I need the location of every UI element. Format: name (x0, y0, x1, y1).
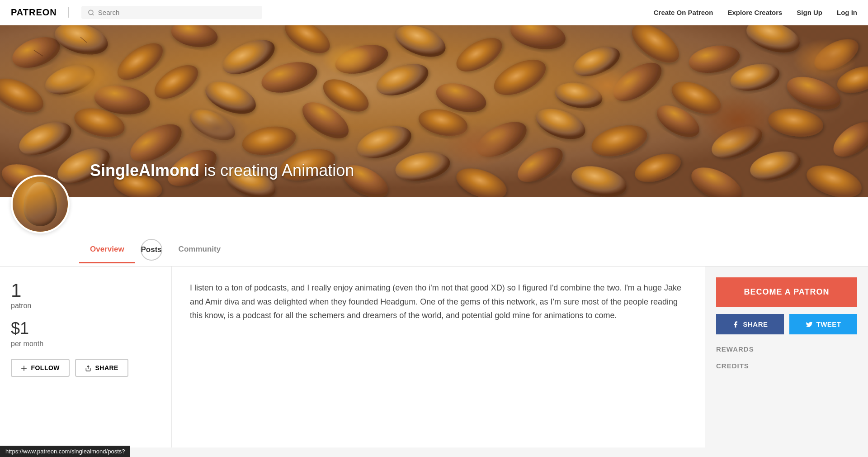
svg-point-63 (747, 147, 804, 185)
center-content: I listen to a ton of podcasts, and I rea… (172, 267, 705, 447)
svg-point-48 (766, 105, 825, 140)
creator-name: SingleAlmond (90, 161, 199, 180)
svg-point-15 (626, 25, 686, 70)
svg-point-35 (14, 115, 76, 161)
tweet-button[interactable]: TWEET (789, 314, 857, 334)
svg-point-49 (828, 115, 868, 164)
tabs-section: Overview Posts Community (0, 233, 868, 267)
svg-point-5 (52, 25, 111, 60)
creator-description: I listen to a ton of podcasts, and I rea… (190, 281, 687, 323)
svg-point-11 (391, 25, 450, 63)
page-title: SingleAlmond is creating Animation (90, 161, 354, 180)
svg-point-18 (810, 33, 863, 76)
svg-point-30 (607, 55, 668, 109)
avatar-image (13, 176, 68, 232)
svg-point-58 (453, 162, 511, 197)
svg-point-33 (783, 71, 845, 116)
share-facebook-button[interactable]: SHARE (716, 314, 784, 334)
svg-point-14 (570, 41, 624, 82)
svg-point-42 (416, 105, 470, 140)
search-icon (88, 9, 94, 16)
svg-point-4 (8, 31, 64, 74)
patron-label: patron (11, 302, 160, 310)
svg-point-31 (667, 75, 726, 120)
svg-point-61 (631, 148, 684, 188)
svg-point-40 (297, 95, 355, 146)
svg-point-47 (707, 120, 766, 164)
svg-point-12 (451, 31, 508, 78)
svg-point-34 (834, 62, 868, 98)
svg-point-9 (279, 25, 335, 60)
svg-point-23 (201, 75, 260, 120)
social-buttons: SHARE TWEET (716, 314, 857, 334)
become-patron-button[interactable]: BECOME A PATRON (716, 277, 857, 307)
profile-info: SingleAlmond is creating Animation (70, 197, 857, 212)
explore-creators-link[interactable]: Explore Creators (727, 9, 782, 16)
svg-point-44 (532, 103, 590, 145)
svg-point-16 (687, 42, 742, 77)
facebook-icon (732, 321, 739, 328)
navbar: PATREON Create On Patreon Explore Creato… (0, 0, 868, 25)
search-bar[interactable] (81, 6, 262, 19)
svg-point-45 (588, 120, 651, 162)
svg-point-38 (185, 103, 240, 147)
profile-row: SingleAlmond is creating Animation (11, 197, 857, 233)
svg-line-66 (80, 37, 87, 43)
tab-overview[interactable]: Overview (79, 237, 135, 263)
svg-point-20 (42, 59, 99, 100)
tabs: Overview Posts Community (79, 233, 789, 266)
svg-point-32 (728, 60, 782, 95)
monthly-amount: $1 (11, 319, 160, 338)
svg-point-64 (803, 159, 866, 197)
svg-line-1 (92, 14, 94, 15)
svg-point-7 (169, 25, 220, 51)
action-buttons: FOLLOW SHARE (11, 359, 160, 377)
profile-section: SingleAlmond is creating Animation (0, 197, 868, 233)
svg-point-60 (568, 161, 629, 197)
follow-button[interactable]: FOLLOW (11, 359, 70, 377)
svg-point-36 (71, 103, 127, 142)
svg-point-27 (433, 78, 490, 117)
svg-point-39 (240, 123, 298, 159)
create-on-patreon-link[interactable]: Create On Patreon (654, 9, 713, 16)
svg-point-24 (258, 57, 320, 98)
svg-point-59 (512, 141, 569, 189)
avatar (11, 175, 70, 233)
share-button-small[interactable]: SHARE (75, 359, 128, 377)
log-in-link[interactable]: Log In (837, 9, 857, 16)
svg-point-0 (89, 10, 93, 14)
tab-community[interactable]: Community (168, 237, 232, 263)
svg-point-28 (489, 52, 552, 102)
monthly-period: per month (11, 340, 160, 348)
page-wrapper: SingleAlmond is creating Animation Overv… (0, 0, 868, 447)
sign-up-link[interactable]: Sign Up (797, 9, 822, 16)
svg-point-13 (508, 25, 568, 54)
main-content: 1 patron $1 per month FOLLOW SHARE (0, 267, 868, 447)
svg-point-62 (686, 161, 747, 197)
patreon-logo: PATREON (11, 7, 69, 18)
patron-count: 1 (11, 281, 160, 300)
twitter-icon (806, 321, 813, 328)
svg-point-46 (651, 99, 704, 144)
search-input[interactable] (98, 9, 256, 16)
follow-icon (21, 365, 27, 371)
navbar-nav: Create On Patreon Explore Creators Sign … (654, 9, 857, 16)
rewards-title: REWARDS (716, 345, 857, 353)
creator-tagline: is creating Animation (204, 161, 354, 180)
svg-point-29 (553, 79, 604, 112)
svg-point-22 (149, 58, 203, 106)
svg-point-43 (472, 114, 532, 164)
svg-point-26 (372, 57, 432, 101)
svg-point-10 (332, 39, 392, 79)
left-sidebar: 1 patron $1 per month FOLLOW SHARE (0, 267, 172, 447)
svg-point-25 (318, 72, 373, 118)
right-sidebar: BECOME A PATRON SHARE TWEET REWARDS Cred… (705, 267, 868, 447)
svg-point-41 (353, 120, 415, 164)
svg-point-17 (742, 25, 803, 58)
share-icon (85, 365, 91, 371)
credits-title: Credits (716, 362, 857, 370)
tab-posts[interactable]: Posts (141, 239, 162, 261)
svg-point-8 (217, 33, 280, 81)
svg-point-19 (0, 71, 48, 119)
svg-point-57 (393, 148, 453, 185)
